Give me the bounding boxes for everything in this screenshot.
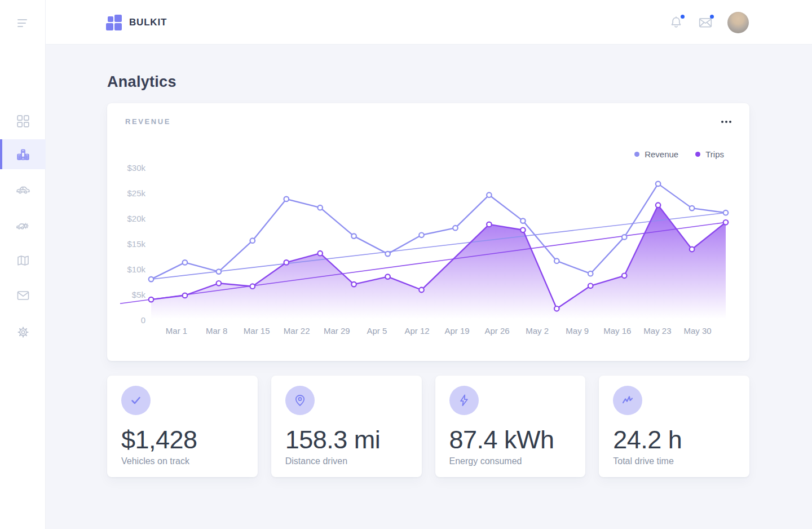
svg-text:$5k: $5k xyxy=(132,290,146,299)
chart-legend: Revenue Trips xyxy=(634,149,724,159)
main-area: Analytics REVENUE Revenue Trips 0$5k$10k… xyxy=(46,45,812,529)
legend-item-revenue[interactable]: Revenue xyxy=(634,149,678,159)
stat-label: Energy consumed xyxy=(449,456,586,466)
svg-text:$10k: $10k xyxy=(127,264,145,274)
svg-text:Mar 22: Mar 22 xyxy=(284,326,310,336)
stat-card-drive-time: 24.2 h Total drive time xyxy=(599,376,749,477)
legend-item-trips[interactable]: Trips xyxy=(695,149,724,159)
check-icon xyxy=(129,393,143,408)
notifications-button[interactable] xyxy=(669,15,683,30)
brand-name: BULKIT xyxy=(129,17,167,28)
revenue-dot-icon xyxy=(634,152,639,157)
sidebar-item-vehicles[interactable] xyxy=(0,174,46,204)
stat-icon-circle xyxy=(285,386,315,415)
legend-label: Trips xyxy=(705,149,724,159)
brand: BULKIT xyxy=(106,15,167,30)
sidebar-item-settings[interactable] xyxy=(0,317,46,347)
stat-value: 24.2 h xyxy=(613,426,749,453)
svg-text:Apr 26: Apr 26 xyxy=(484,326,509,336)
bar-chart-icon xyxy=(16,148,30,161)
svg-text:Apr 19: Apr 19 xyxy=(444,326,469,336)
svg-text:$25k: $25k xyxy=(127,188,145,198)
stat-value: 87.4 kWh xyxy=(449,426,586,453)
sidebar-item-map[interactable] xyxy=(0,246,46,276)
legend-label: Revenue xyxy=(645,149,678,159)
svg-text:$30k: $30k xyxy=(127,163,145,173)
stat-card-distance: 158.3 mi Distance driven xyxy=(271,376,422,477)
stat-card-vehicles: $1,428 Vehicles on track xyxy=(107,376,258,477)
gear-icon xyxy=(16,325,30,339)
svg-text:0: 0 xyxy=(141,315,145,325)
bolt-icon xyxy=(457,393,471,408)
messages-button[interactable] xyxy=(698,15,713,30)
svg-text:May 2: May 2 xyxy=(526,326,549,336)
stat-icon-circle xyxy=(121,386,151,415)
page-title: Analytics xyxy=(107,73,749,91)
car-service-icon xyxy=(16,218,30,232)
sidebar-item-service[interactable] xyxy=(0,210,46,240)
stat-label: Total drive time xyxy=(613,456,749,466)
menu-toggle-button[interactable] xyxy=(0,8,46,38)
mail-icon xyxy=(16,289,30,302)
stat-value: 158.3 mi xyxy=(285,426,422,453)
message-badge xyxy=(710,15,714,19)
svg-text:$20k: $20k xyxy=(127,214,145,223)
sidebar-item-analytics[interactable] xyxy=(0,139,46,169)
avatar[interactable] xyxy=(727,12,749,33)
svg-text:Mar 29: Mar 29 xyxy=(324,326,350,336)
ellipsis-menu-button[interactable] xyxy=(720,117,732,126)
revenue-line-chart[interactable]: 0$5k$10k$15k$20k$25k$30kMar 1Mar 8Mar 15… xyxy=(107,103,749,361)
svg-text:Mar 15: Mar 15 xyxy=(244,326,270,336)
svg-text:May 9: May 9 xyxy=(566,326,589,336)
svg-text:Mar 8: Mar 8 xyxy=(206,326,227,336)
svg-text:May 23: May 23 xyxy=(643,326,671,336)
chart-title: REVENUE xyxy=(125,117,171,126)
svg-text:May 16: May 16 xyxy=(603,326,631,336)
notification-badge xyxy=(681,15,685,19)
map-pin-icon xyxy=(293,393,307,408)
bulkit-logo-icon xyxy=(106,15,122,30)
topbar-actions xyxy=(669,0,749,45)
svg-text:Apr 5: Apr 5 xyxy=(367,326,387,336)
stat-label: Vehicles on track xyxy=(121,456,258,466)
stat-card-energy: 87.4 kWh Energy consumed xyxy=(435,376,586,477)
stat-value: $1,428 xyxy=(121,426,258,453)
sidebar-item-dashboard[interactable] xyxy=(0,106,46,136)
grid-icon xyxy=(17,115,29,127)
sidebar-item-messages[interactable] xyxy=(0,280,46,310)
stats-row: $1,428 Vehicles on track 158.3 mi Distan… xyxy=(107,376,749,477)
activity-icon xyxy=(620,393,635,408)
svg-text:Mar 1: Mar 1 xyxy=(166,326,187,336)
trips-dot-icon xyxy=(695,152,700,157)
car-icon xyxy=(16,182,30,196)
svg-text:$15k: $15k xyxy=(127,239,145,249)
sidebar xyxy=(0,0,46,529)
svg-text:Apr 12: Apr 12 xyxy=(404,326,429,336)
svg-text:May 30: May 30 xyxy=(683,326,711,336)
stat-icon-circle xyxy=(613,386,642,415)
topbar: BULKIT xyxy=(0,0,812,45)
stat-icon-circle xyxy=(449,386,479,415)
stat-label: Distance driven xyxy=(285,456,422,466)
revenue-chart-card: REVENUE Revenue Trips 0$5k$10k$15k$20k$2… xyxy=(107,103,749,361)
map-icon xyxy=(16,254,30,268)
